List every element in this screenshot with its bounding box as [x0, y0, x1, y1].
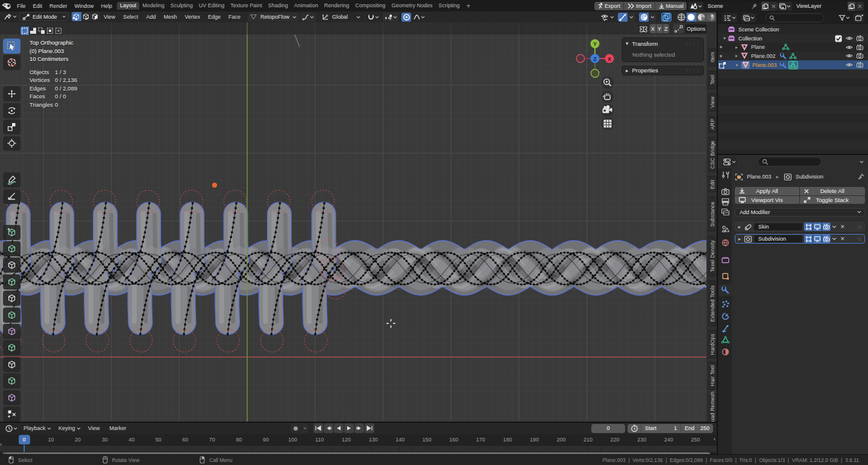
svg-text:Y: Y — [593, 41, 597, 47]
svg-text:X: X — [608, 56, 611, 62]
svg-text:Z: Z — [593, 56, 597, 62]
